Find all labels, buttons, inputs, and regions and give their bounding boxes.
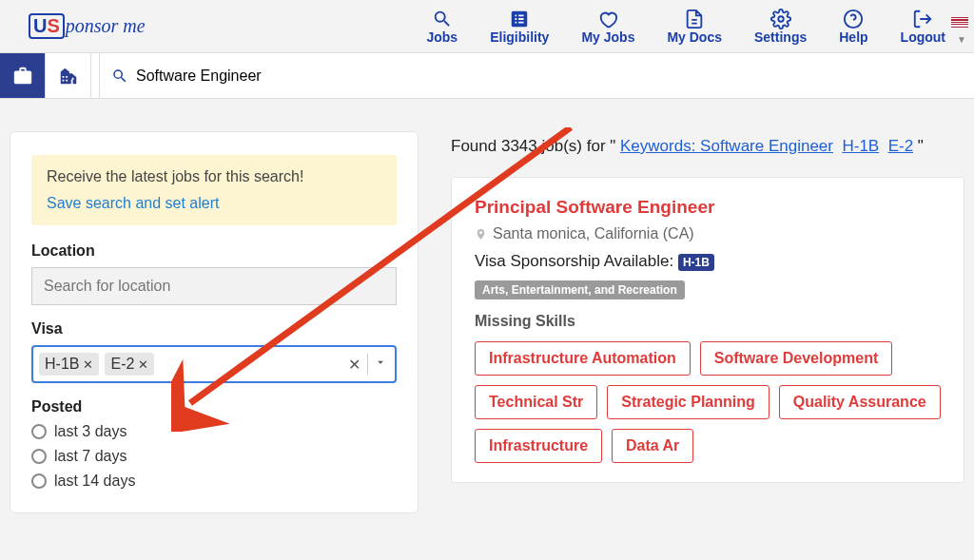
briefcase-icon (12, 66, 33, 87)
close-icon[interactable]: ✕ (138, 357, 148, 372)
radio-icon (31, 473, 47, 489)
visa-select[interactable]: H-1B✕ E-2✕ ✕ (31, 345, 397, 383)
posted-label: Posted (31, 398, 397, 415)
alert-box: Receive the latest jobs for this search!… (31, 155, 397, 225)
buildings-icon (58, 66, 79, 87)
search-row (0, 53, 974, 99)
skill-chip[interactable]: Infrastructure (475, 429, 602, 463)
nav-jobs-label: Jobs (426, 29, 458, 45)
results-column: Found 3343 job(s) for " Keywords: Softwa… (451, 131, 974, 513)
radio-icon (31, 424, 47, 439)
nav-help-label: Help (839, 29, 867, 45)
job-location-text: Santa monica, California (CA) (493, 225, 694, 242)
visa-label: Visa (31, 320, 397, 338)
visa-chip-label: E-2 (110, 356, 134, 373)
logout-icon (912, 9, 933, 29)
visa-badge: H-1B (678, 254, 714, 271)
nav-eligibility-label: Eligibility (490, 29, 549, 45)
job-title: Principal Software Engineer (475, 197, 941, 218)
skill-chip[interactable]: Strategic Planning (607, 385, 769, 419)
results-link-keywords[interactable]: Keywords: Software Engineer (620, 137, 833, 155)
mode-tabs (0, 53, 91, 98)
logo-text: ponsor me (66, 15, 146, 37)
nav-myjobs[interactable]: My Jobs (581, 9, 634, 45)
heart-icon (597, 9, 618, 29)
posted-opt-14days[interactable]: last 14 days (31, 473, 397, 490)
close-icon[interactable]: ✕ (83, 357, 93, 372)
sector-badge: Arts, Entertainment, and Recreation (475, 280, 685, 299)
search-icon (432, 9, 453, 29)
nav-menu: Jobs Eligibility My Jobs My Docs Setting… (426, 9, 945, 45)
results-link-e2[interactable]: E-2 (888, 137, 913, 155)
results-link-h1b[interactable]: H-1B (842, 137, 879, 155)
logo-u: U (33, 15, 47, 36)
alert-title: Receive the latest jobs for this search! (47, 168, 381, 185)
skill-chip[interactable]: Technical Str (475, 385, 597, 419)
radio-icon (31, 449, 47, 464)
search-icon (111, 68, 128, 85)
nav-settings[interactable]: Settings (754, 9, 807, 45)
results-summary: Found 3343 job(s) for " Keywords: Softwa… (451, 137, 974, 156)
document-icon (684, 9, 705, 29)
help-icon (843, 9, 864, 29)
sponsor-line: Visa Sponsorship Available: H-1B (475, 252, 941, 271)
pin-icon (475, 228, 487, 241)
nav-eligibility[interactable]: Eligibility (490, 9, 549, 45)
job-location: Santa monica, California (CA) (475, 225, 941, 242)
divider (367, 354, 368, 375)
flag-icon[interactable] (951, 17, 968, 29)
nav-jobs[interactable]: Jobs (426, 9, 458, 45)
gear-icon (770, 9, 791, 29)
results-summary-prefix: Found 3343 job(s) for " (451, 137, 620, 155)
nav-logout[interactable]: Logout (901, 9, 945, 45)
save-search-link[interactable]: Save search and set alert (47, 195, 381, 212)
skill-chip[interactable]: Software Development (700, 341, 892, 376)
posted-opt-3days[interactable]: last 3 days (31, 423, 397, 440)
posted-opt-label: last 7 days (54, 448, 127, 465)
missing-skills-label: Missing Skills (475, 313, 941, 330)
top-nav: USponsor me Jobs Eligibility My Jobs My … (0, 0, 974, 53)
posted-opt-label: last 14 days (54, 473, 135, 490)
nav-myjobs-label: My Jobs (581, 29, 634, 45)
sponsor-label: Visa Sponsorship Available: (475, 252, 673, 270)
skills-list: Infrastructure Automation Software Devel… (475, 341, 941, 463)
posted-opt-label: last 3 days (54, 423, 127, 440)
location-input[interactable] (31, 267, 397, 305)
skill-chip[interactable]: Data Ar (612, 429, 693, 463)
visa-chip-h1b: H-1B✕ (39, 353, 99, 376)
location-label: Location (31, 242, 397, 260)
mode-tab-jobs[interactable] (0, 53, 46, 98)
results-summary-suffix: " (918, 137, 924, 155)
search-box[interactable] (99, 53, 974, 98)
nav-settings-label: Settings (754, 29, 807, 45)
id-card-icon (509, 9, 530, 29)
job-card[interactable]: Principal Software Engineer Santa monica… (451, 177, 964, 483)
nav-help[interactable]: Help (839, 9, 867, 45)
nav-mydocs[interactable]: My Docs (667, 9, 722, 45)
nav-mydocs-label: My Docs (667, 29, 722, 45)
filter-panel: Receive the latest jobs for this search!… (10, 131, 419, 513)
logo-s: S (47, 15, 59, 36)
chevron-down-icon[interactable] (374, 356, 387, 373)
logo[interactable]: USponsor me (29, 13, 146, 39)
skill-chip[interactable]: Quality Assurance (779, 385, 941, 419)
skill-chip[interactable]: Infrastructure Automation (475, 341, 691, 376)
visa-chip-label: H-1B (45, 356, 79, 373)
posted-options: last 3 days last 7 days last 14 days (31, 423, 397, 490)
visa-chip-e2: E-2✕ (105, 353, 154, 376)
mode-tab-companies[interactable] (46, 53, 91, 98)
nav-logout-label: Logout (901, 29, 945, 45)
posted-opt-7days[interactable]: last 7 days (31, 448, 397, 465)
flag-dropdown-caret[interactable]: ▼ (957, 34, 966, 45)
search-input[interactable] (136, 68, 963, 85)
visa-clear-all[interactable]: ✕ (348, 356, 360, 374)
